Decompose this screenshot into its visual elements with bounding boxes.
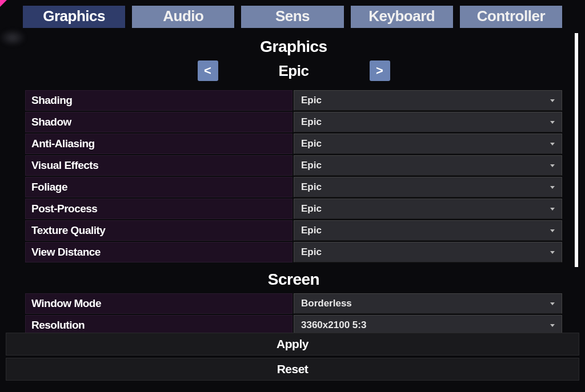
setting-dropdown-foliage[interactable]: Epic [294, 177, 562, 197]
tab-sens[interactable]: Sens [241, 6, 343, 28]
chevron-down-icon [550, 302, 555, 305]
dropdown-value: 3360x2100 5:3 [301, 320, 366, 331]
tab-keyboard[interactable]: Keyboard [351, 6, 453, 28]
screen-settings-list: Window Mode Borderless Resolution 3360x2… [23, 293, 564, 334]
setting-dropdown-texture-quality[interactable]: Epic [294, 220, 562, 241]
chevron-down-icon [550, 229, 555, 232]
section-title-graphics: Graphics [23, 38, 564, 56]
setting-row-foliage: Foliage Epic [25, 177, 562, 197]
setting-dropdown-window-mode[interactable]: Borderless [294, 293, 562, 314]
setting-label: View Distance [25, 242, 292, 262]
dropdown-value: Epic [301, 246, 322, 258]
dropdown-value: Borderless [301, 298, 352, 309]
dropdown-value: Epic [301, 181, 322, 193]
preset-value: Epic [218, 61, 370, 81]
graphics-settings-list: Shading Epic Shadow Epic Anti-Aliasing E… [23, 90, 564, 262]
chevron-down-icon [550, 164, 555, 167]
setting-dropdown-view-distance[interactable]: Epic [294, 242, 562, 262]
dropdown-value: Epic [301, 160, 322, 171]
setting-row-shadow: Shadow Epic [25, 112, 562, 132]
setting-label: Visual Effects [25, 155, 292, 176]
cursor-indicator [0, 0, 7, 7]
setting-dropdown-post-process[interactable]: Epic [294, 199, 562, 219]
setting-label: Resolution [25, 315, 292, 334]
tab-controller[interactable]: Controller [460, 6, 562, 28]
setting-row-texture-quality: Texture Quality Epic [25, 220, 562, 241]
chevron-down-icon [550, 251, 555, 254]
setting-label: Shadow [25, 112, 292, 132]
setting-dropdown-shading[interactable]: Epic [294, 90, 562, 111]
dropdown-value: Epic [301, 116, 322, 128]
dropdown-value: Epic [301, 225, 322, 236]
chevron-down-icon [550, 324, 555, 327]
setting-row-anti-aliasing: Anti-Aliasing Epic [25, 134, 562, 154]
setting-row-shading: Shading Epic [25, 90, 562, 111]
apply-button[interactable]: Apply [6, 333, 579, 355]
setting-label: Foliage [25, 177, 292, 197]
tab-audio[interactable]: Audio [132, 6, 234, 28]
setting-label: Post-Process [25, 199, 292, 219]
settings-scroll-area: Graphics < Epic > Shading Epic Shadow Ep… [23, 30, 564, 334]
setting-row-window-mode: Window Mode Borderless [25, 293, 562, 314]
setting-row-view-distance: View Distance Epic [25, 242, 562, 262]
bottom-button-bar: Apply Reset [6, 333, 579, 383]
preset-prev-button[interactable]: < [198, 60, 218, 81]
dropdown-value: Epic [301, 203, 322, 215]
setting-label: Window Mode [25, 293, 292, 314]
chevron-down-icon [550, 143, 555, 146]
setting-row-resolution: Resolution 3360x2100 5:3 [25, 315, 562, 334]
tab-graphics[interactable]: Graphics [23, 6, 125, 28]
preset-selector: < Epic > [23, 60, 564, 81]
chevron-down-icon [550, 99, 555, 102]
dropdown-value: Epic [301, 95, 322, 106]
section-title-screen: Screen [23, 270, 564, 289]
setting-label: Anti-Aliasing [25, 134, 292, 154]
chevron-down-icon [550, 208, 555, 211]
decorative-blur [0, 30, 25, 46]
chevron-down-icon [550, 186, 555, 189]
preset-next-button[interactable]: > [370, 60, 390, 81]
setting-label: Texture Quality [25, 220, 292, 241]
setting-label: Shading [25, 90, 292, 111]
dropdown-value: Epic [301, 138, 322, 149]
tab-bar: Graphics Audio Sens Keyboard Controller [0, 0, 585, 28]
setting-dropdown-resolution[interactable]: 3360x2100 5:3 [294, 315, 562, 334]
reset-button[interactable]: Reset [6, 358, 579, 381]
setting-dropdown-visual-effects[interactable]: Epic [294, 155, 562, 176]
setting-row-post-process: Post-Process Epic [25, 199, 562, 219]
setting-dropdown-shadow[interactable]: Epic [294, 112, 562, 132]
scrollbar-thumb[interactable] [575, 33, 578, 267]
scrollbar-track[interactable] [575, 33, 578, 336]
setting-row-visual-effects: Visual Effects Epic [25, 155, 562, 176]
setting-dropdown-anti-aliasing[interactable]: Epic [294, 134, 562, 154]
chevron-down-icon [550, 121, 555, 124]
